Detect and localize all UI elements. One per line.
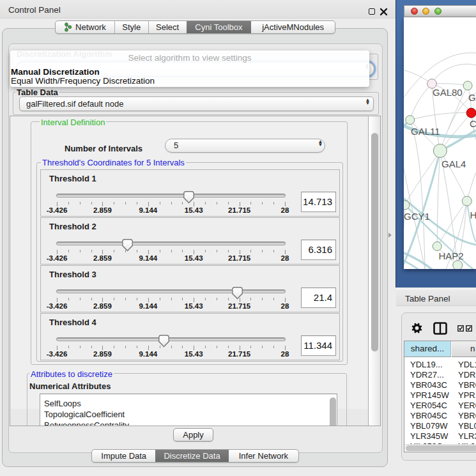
svg-text:GA: GA xyxy=(468,92,476,103)
svg-text:H: H xyxy=(470,210,476,220)
svg-text:GAL80: GAL80 xyxy=(433,87,463,98)
svg-text:GAL4: GAL4 xyxy=(441,158,466,169)
svg-text:GAL11: GAL11 xyxy=(411,126,440,137)
svg-text:GCY1: GCY1 xyxy=(404,211,430,222)
svg-text:C: C xyxy=(470,118,476,129)
svg-text:HAP2: HAP2 xyxy=(439,250,464,261)
